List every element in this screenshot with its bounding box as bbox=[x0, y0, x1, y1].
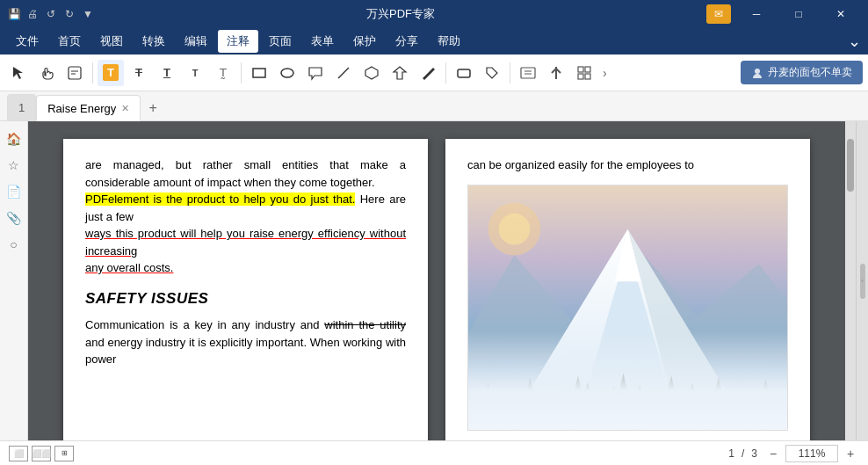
text-squiggly-tool[interactable]: T̰ bbox=[210, 60, 236, 86]
rectangle-tool[interactable] bbox=[246, 60, 272, 86]
sidebar-bookmark-icon[interactable]: ☆ bbox=[4, 155, 25, 176]
user-name: 丹麦的面包不单卖 bbox=[768, 65, 852, 80]
text-strikethrough-tool[interactable]: T bbox=[126, 60, 152, 86]
sidebar-page-icon[interactable]: 📄 bbox=[4, 181, 25, 202]
single-page-view[interactable]: ⬜ bbox=[9, 446, 28, 461]
dropdown-icon[interactable]: ▼ bbox=[81, 7, 95, 21]
svg-marker-30 bbox=[553, 388, 574, 430]
svg-point-20 bbox=[499, 213, 531, 244]
toolbar-more-button[interactable]: › bbox=[599, 66, 611, 80]
redo-icon[interactable]: ↻ bbox=[62, 7, 76, 21]
statusbar-left: ⬜ ⬜⬜ ⊞ bbox=[9, 446, 74, 461]
svg-marker-31 bbox=[575, 381, 600, 430]
svg-marker-36 bbox=[706, 386, 731, 430]
pdf-page-left: are managed, but rather small entities t… bbox=[63, 139, 428, 440]
menu-page[interactable]: 页面 bbox=[260, 30, 300, 53]
snow-mountain-image bbox=[467, 185, 788, 431]
menu-home[interactable]: 首页 bbox=[49, 30, 90, 53]
svg-marker-26 bbox=[471, 395, 485, 430]
two-page-view[interactable]: ⬜⬜ bbox=[32, 446, 51, 461]
tab-1-label: 1 bbox=[18, 101, 25, 114]
menu-share[interactable]: 分享 bbox=[387, 30, 427, 53]
sidebar-attach-icon[interactable]: 📎 bbox=[4, 207, 25, 229]
separator-4 bbox=[510, 62, 510, 84]
menu-protect[interactable]: 保护 bbox=[344, 30, 385, 53]
statusbar: ⬜ ⬜⬜ ⊞ 1 / 3 − 111% + bbox=[0, 440, 868, 465]
text-underline-tool[interactable]: T bbox=[154, 60, 180, 86]
close-button[interactable]: ✕ bbox=[821, 0, 861, 28]
svg-marker-35 bbox=[680, 382, 705, 430]
hand-tool[interactable] bbox=[33, 60, 60, 86]
svg-marker-29 bbox=[530, 393, 551, 430]
page-current: 1 bbox=[728, 447, 734, 460]
sticky-note-tool[interactable] bbox=[61, 60, 88, 86]
menu-file[interactable]: 文件 bbox=[7, 30, 47, 53]
save-icon[interactable]: 💾 bbox=[7, 7, 21, 21]
maximize-button[interactable]: □ bbox=[778, 0, 819, 28]
titlebar-right: ✉ ─ □ ✕ bbox=[706, 0, 861, 28]
svg-line-3 bbox=[338, 68, 349, 78]
stamp-tool[interactable] bbox=[479, 60, 505, 86]
mail-icon[interactable]: ✉ bbox=[706, 4, 731, 24]
sidebar-comment-icon[interactable]: ○ bbox=[4, 234, 25, 255]
pdf-right-text: can be organized easily for the employee… bbox=[467, 156, 788, 174]
svg-marker-27 bbox=[488, 390, 506, 430]
svg-rect-16 bbox=[585, 74, 590, 79]
pdf-viewer[interactable]: are managed, but rather small entities t… bbox=[28, 121, 845, 440]
print-icon[interactable]: 🖨 bbox=[25, 7, 40, 21]
text-small-tool[interactable]: T bbox=[182, 60, 208, 86]
user-avatar-icon bbox=[751, 67, 763, 79]
toolbar: T T T T T̰ › bbox=[0, 54, 868, 91]
new-tab-button[interactable]: + bbox=[141, 96, 165, 120]
right-panel-handle[interactable]: ‹ bbox=[856, 121, 868, 440]
svg-marker-45 bbox=[751, 379, 779, 430]
polygon-tool[interactable] bbox=[358, 60, 385, 86]
undo-icon[interactable]: ↺ bbox=[44, 7, 58, 21]
scrollbar-right[interactable] bbox=[845, 121, 856, 440]
menu-help[interactable]: 帮助 bbox=[429, 30, 469, 53]
tab-close-button[interactable]: ✕ bbox=[121, 103, 129, 114]
main-area: 🏠 ☆ 📄 📎 ○ are managed, but rather small … bbox=[0, 121, 868, 440]
panel-toggle[interactable]: ⌄ bbox=[848, 32, 861, 51]
minimize-button[interactable]: ─ bbox=[736, 0, 777, 28]
section-heading: SAFETY ISSUES bbox=[85, 287, 406, 310]
separator-2 bbox=[241, 62, 242, 84]
statusbar-right: 1 / 3 − 111% + bbox=[728, 445, 859, 462]
menu-edit[interactable]: 编辑 bbox=[176, 30, 216, 53]
zoom-level-display[interactable]: 111% bbox=[785, 445, 838, 462]
menu-convert[interactable]: 转换 bbox=[134, 30, 174, 53]
callout-tool[interactable] bbox=[302, 60, 329, 86]
line-tool[interactable] bbox=[330, 60, 357, 86]
svg-rect-6 bbox=[458, 69, 470, 77]
text-field-tool[interactable] bbox=[515, 60, 541, 86]
scrollbar-thumb[interactable] bbox=[847, 139, 854, 192]
tab-raise-energy[interactable]: Raise Energy ✕ bbox=[36, 95, 141, 121]
pencil-tool[interactable] bbox=[415, 60, 441, 86]
grid-view[interactable]: ⊞ bbox=[54, 446, 74, 461]
tab-1[interactable]: 1 bbox=[7, 94, 36, 120]
menu-annotate[interactable]: 注释 bbox=[218, 30, 258, 53]
highlight-tool[interactable]: T bbox=[98, 60, 124, 86]
titlebar: 💾 🖨 ↺ ↻ ▼ 万兴PDF专家 ✉ ─ □ ✕ bbox=[0, 0, 868, 28]
menubar: 文件 首页 视图 转换 编辑 注释 页面 表单 保护 分享 帮助 ⌄ bbox=[0, 28, 868, 54]
svg-rect-7 bbox=[521, 68, 535, 78]
eraser-tool[interactable] bbox=[451, 60, 477, 86]
menu-form[interactable]: 表单 bbox=[302, 30, 343, 53]
svg-marker-44 bbox=[705, 377, 733, 430]
select-tool[interactable] bbox=[5, 60, 32, 86]
menu-view[interactable]: 视图 bbox=[91, 30, 132, 53]
arrow-tool[interactable] bbox=[387, 60, 413, 86]
svg-rect-14 bbox=[585, 67, 590, 72]
zoom-in-button[interactable]: + bbox=[842, 445, 859, 462]
attachment-tool[interactable] bbox=[543, 60, 569, 86]
grid-tool[interactable] bbox=[571, 60, 597, 86]
zoom-out-button[interactable]: − bbox=[764, 445, 782, 462]
svg-marker-5 bbox=[394, 67, 406, 79]
zoom-controls: − 111% + bbox=[764, 445, 859, 462]
user-button[interactable]: 丹麦的面包不单卖 bbox=[741, 61, 863, 84]
oval-tool[interactable] bbox=[274, 60, 300, 86]
sidebar-home-icon[interactable]: 🏠 bbox=[4, 128, 25, 149]
svg-rect-47 bbox=[468, 417, 787, 430]
svg-point-46 bbox=[468, 403, 787, 430]
svg-point-17 bbox=[755, 69, 760, 74]
